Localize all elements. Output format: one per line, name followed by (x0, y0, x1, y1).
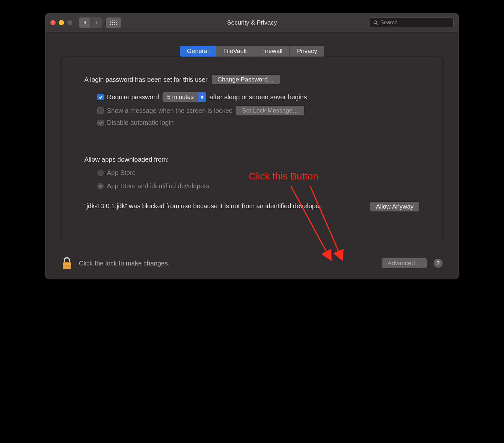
forward-button (91, 17, 102, 28)
require-password-delay-value: 5 minutes (163, 93, 198, 101)
radio-app-store (97, 170, 104, 176)
grid-icon (110, 20, 117, 25)
toolbar: Security & Privacy (45, 13, 459, 32)
tab-firewall[interactable]: Firewall (254, 46, 290, 57)
require-password-delay-select[interactable]: 5 minutes (162, 92, 206, 102)
login-password-label: A login password has been set for this u… (84, 76, 207, 83)
tab-bar: General FileVault Firewall Privacy (61, 45, 443, 57)
radio-identified-developers (97, 183, 104, 189)
search-field[interactable] (370, 17, 454, 28)
require-password-label: Require password (107, 93, 159, 101)
checkmark-icon (99, 121, 103, 125)
allow-anyway-button[interactable]: Allow Anyway (370, 201, 420, 212)
advanced-button[interactable]: Advanced… (381, 258, 427, 268)
tab-privacy[interactable]: Privacy (290, 46, 324, 57)
blocked-app-message: “jdk-13.0.1.jdk” was blocked from use be… (84, 201, 357, 211)
require-password-checkbox[interactable] (97, 94, 104, 100)
svg-rect-3 (63, 265, 71, 265)
search-icon (373, 20, 378, 25)
require-password-suffix: after sleep or screen saver begins (210, 93, 307, 101)
checkmark-icon (99, 95, 103, 99)
help-button[interactable]: ? (434, 259, 443, 268)
window-controls (50, 20, 72, 25)
change-password-button[interactable]: Change Password… (211, 74, 280, 85)
disable-auto-login-checkbox (97, 120, 104, 126)
content-area: General FileVault Firewall Privacy A log… (45, 32, 459, 251)
maximize-button (67, 20, 72, 25)
svg-rect-2 (63, 264, 71, 264)
set-lock-message-button: Set Lock Message… (236, 105, 305, 116)
radio-dot-icon (99, 185, 102, 188)
radio-identified-label: App Store and identified developers (107, 182, 209, 190)
window-title: Security & Privacy (227, 19, 277, 26)
disable-auto-login-label: Disable automatic login (107, 119, 174, 126)
footer: Click the lock to make changes. Advanced… (45, 251, 459, 279)
tab-general[interactable]: General (180, 46, 216, 57)
general-panel: A login password has been set for this u… (61, 56, 443, 241)
nav-buttons (79, 17, 102, 28)
tab-filevault[interactable]: FileVault (216, 46, 254, 57)
stepper-icon (198, 92, 206, 102)
svg-rect-1 (63, 262, 71, 263)
close-button[interactable] (50, 20, 56, 25)
preferences-window: Security & Privacy General FileVault Fir… (45, 13, 459, 279)
minimize-button[interactable] (59, 20, 64, 25)
show-message-checkbox (97, 107, 104, 114)
lock-hint-text: Click the lock to make changes. (79, 260, 170, 267)
allow-apps-heading: Allow apps downloaded from: (84, 156, 420, 163)
show-message-label: Show a message when the screen is locked (107, 107, 233, 114)
lock-icon[interactable] (61, 257, 72, 270)
divider (78, 146, 426, 146)
search-input[interactable] (380, 19, 450, 26)
back-button[interactable] (79, 17, 90, 28)
show-all-button[interactable] (106, 17, 121, 28)
radio-app-store-label: App Store (107, 169, 136, 177)
svg-rect-4 (63, 266, 71, 267)
